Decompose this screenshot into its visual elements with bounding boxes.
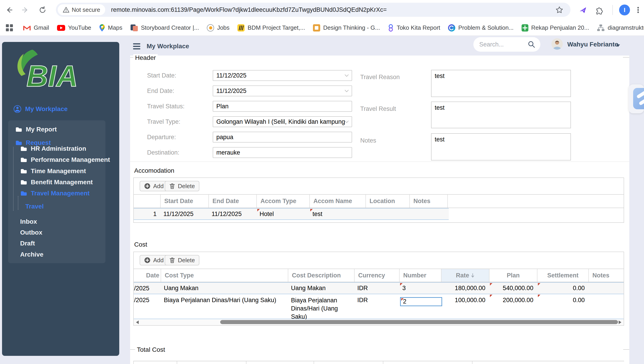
cell-notes[interactable] [589, 283, 624, 294]
back-icon[interactable] [4, 6, 14, 15]
sidebar-item-draft[interactable]: Draft [20, 240, 35, 247]
menu-toggle-icon[interactable] [133, 43, 140, 49]
cell-end-date[interactable]: 11/12/2025 [209, 209, 257, 219]
cost-row-2[interactable]: 11/12/2025 Biaya Perjalanan Dinas/Hari (… [134, 294, 624, 319]
user-avatar[interactable] [552, 38, 563, 50]
sidebar-item-my-report[interactable]: My Report [16, 126, 57, 133]
sidebar-item-outbox[interactable]: Outbox [20, 229, 42, 236]
travel-type-select[interactable]: Golongan Wilayah I (Selil, Kindiki dan k… [213, 116, 352, 127]
accommodation-delete-button[interactable]: Delete [165, 181, 199, 191]
chevron-down-icon[interactable] [344, 74, 349, 77]
cell-date[interactable]: 11/12/2025 [134, 294, 161, 306]
column-header-cost-notes[interactable]: Notes [589, 269, 624, 282]
travel-reason-textarea[interactable]: test [431, 70, 571, 97]
column-header-accom-name[interactable]: Accom Name [310, 195, 366, 208]
search-input[interactable]: Search... [474, 37, 540, 52]
cell-notes[interactable] [410, 209, 448, 219]
notes-textarea[interactable]: test [431, 133, 571, 160]
cell-rate[interactable]: 180,000.00 [442, 283, 490, 294]
column-header-cost-description[interactable]: Cost Description [288, 269, 354, 282]
sidebar-item-archive[interactable]: Archive [20, 251, 44, 258]
cell-cost-description[interactable]: Uang Makan [288, 283, 354, 294]
cell-start-date[interactable]: 11/12/2025 [161, 209, 209, 219]
cell-cost-type[interactable]: Uang Makan [161, 283, 288, 294]
departure-input[interactable]: papua [213, 132, 352, 142]
cell-currency[interactable]: IDR [354, 294, 400, 306]
column-header-start-date[interactable]: Start Date [161, 195, 209, 208]
bookmark-storyboard[interactable]: Storyboard Creator |... [130, 24, 199, 32]
horizontal-scrollbar[interactable] [134, 319, 624, 325]
travel-result-textarea[interactable]: test [431, 102, 571, 128]
destination-input[interactable]: merauke [213, 147, 352, 158]
cell-currency[interactable]: IDR [354, 283, 400, 294]
cost-row-1[interactable]: 11/12/2025 Uang Makan Uang Makan IDR 3 1… [134, 282, 624, 294]
bookmark-star-icon[interactable] [555, 6, 564, 15]
sidebar-item-my-workplace[interactable]: My Workplace [13, 105, 68, 113]
column-header-plan[interactable]: Plan [490, 269, 538, 282]
bookmark-toko-kita[interactable]: Toko Kita Report [388, 24, 440, 32]
sidebar-item-time-management[interactable]: Time Management [20, 167, 86, 175]
address-bar[interactable]: Not secure remote.minovais.com:61139/Pag… [56, 3, 570, 17]
browser-menu-icon[interactable] [634, 6, 643, 15]
url-text[interactable]: remote.minovais.com:61139/Page/WorkFlow?… [111, 6, 387, 13]
column-header-notes[interactable]: Notes [410, 195, 448, 208]
floating-extension-widget[interactable] [633, 88, 644, 109]
cell-plan[interactable]: 200,000.00 [490, 294, 538, 306]
bookmark-diagram[interactable]: diagramstruktur.dra... [597, 24, 644, 32]
cell-rate[interactable]: 100,000.00 [442, 294, 490, 306]
sidebar-item-benefit-management[interactable]: Benefit Management [20, 178, 93, 186]
travel-status-input[interactable]: Plan [213, 101, 352, 112]
user-name[interactable]: Wahyu Febrianto [567, 41, 618, 48]
bookmark-maps[interactable]: Maps [99, 24, 122, 32]
cell-cost-description[interactable]: Biaya Perjalanan Dinas/Hari (Uang Saku) [288, 294, 354, 321]
cost-add-button[interactable]: Add [140, 255, 168, 265]
column-header-end-date[interactable]: End Date [209, 195, 257, 208]
bookmark-rekap-sheet[interactable]: Rekap Penjualan 20... [521, 24, 589, 32]
cell-cost-type[interactable]: Biaya Perjalanan Dinas/Hari (Uang Saku) [161, 294, 288, 306]
cell-accom-name[interactable]: test [310, 209, 366, 219]
bookmark-design-thinking[interactable]: Design Thinking - G... [313, 24, 380, 32]
end-date-input[interactable]: 11/12/2025 [213, 85, 352, 96]
column-header-location[interactable]: Location [366, 195, 410, 208]
column-header-cost-type[interactable]: Cost Type [161, 269, 288, 282]
chevron-down-icon[interactable] [344, 90, 349, 92]
cell-date[interactable]: 11/12/2025 [134, 283, 161, 294]
start-date-input[interactable]: 11/12/2025 [213, 70, 352, 81]
sidebar-item-travel[interactable]: Travel [25, 203, 44, 210]
scroll-right-icon[interactable] [619, 320, 621, 324]
browser-profile-avatar[interactable]: I [619, 5, 630, 16]
forward-icon[interactable] [21, 6, 30, 15]
reload-icon[interactable] [38, 6, 47, 15]
bookmark-jobs[interactable]: Jobs [206, 24, 230, 32]
search-icon[interactable] [528, 41, 536, 48]
chevron-down-icon[interactable] [344, 120, 349, 123]
cell-plan[interactable]: 540,000.00 [490, 283, 538, 294]
number-edit-input[interactable]: 2 [400, 297, 442, 306]
column-header-settlement[interactable]: Settlement [538, 269, 589, 282]
extension-badge-icon[interactable] [578, 6, 588, 15]
extensions-puzzle-icon[interactable] [594, 6, 603, 15]
column-header-rate-sorted[interactable]: Rate [442, 269, 490, 282]
column-header-currency[interactable]: Currency [354, 269, 400, 282]
sidebar-item-inbox[interactable]: Inbox [20, 218, 37, 225]
accommodation-add-button[interactable]: Add [140, 181, 168, 191]
cell-location[interactable] [366, 209, 410, 219]
accommodation-row-1[interactable]: 1 11/12/2025 11/12/2025 Hotel test [134, 208, 449, 220]
cell-settlement[interactable]: 0.00 [538, 283, 589, 294]
bookmark-problem-solution[interactable]: Problem & Solution... [448, 24, 514, 32]
column-header-number[interactable]: Number [400, 269, 442, 282]
scroll-left-icon[interactable] [136, 320, 139, 324]
sidebar-item-travel-management[interactable]: Travel Management [20, 190, 90, 197]
cell-number[interactable]: 3 [400, 283, 442, 294]
bookmark-gmail[interactable]: Gmail [23, 24, 49, 31]
user-menu-caret-icon[interactable] [616, 44, 620, 47]
cost-delete-button[interactable]: Delete [165, 255, 199, 265]
column-header-date[interactable]: Date [134, 269, 161, 282]
bookmark-youtube[interactable]: YouTube [57, 24, 91, 31]
sidebar-item-hr-administration[interactable]: HR Administration [20, 145, 86, 152]
scrollbar-thumb[interactable] [220, 320, 618, 324]
cell-settlement[interactable]: 0.00 [538, 294, 589, 306]
cell-accom-type[interactable]: Hotel [257, 209, 310, 219]
column-header-rownum[interactable] [134, 195, 161, 208]
apps-grid-icon[interactable] [6, 24, 13, 32]
